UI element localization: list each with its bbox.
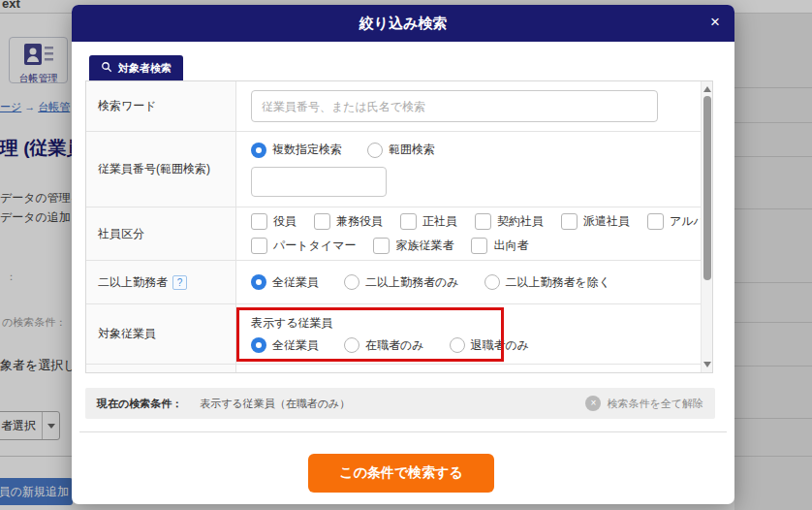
row-label: 社員区分 [86, 207, 236, 260]
checkbox-option-seconded-worker[interactable]: 出向者 [471, 238, 528, 254]
radio-label: 複数指定検索 [272, 142, 342, 158]
radio-option-range-search[interactable]: 範囲検索 [367, 142, 435, 158]
checkbox-label: 兼務役員 [336, 213, 383, 230]
checkbox-icon[interactable] [314, 213, 330, 230]
scrollbar-thumb[interactable] [703, 96, 711, 280]
radio-label: 退職者のみ [471, 337, 530, 354]
checkbox-option-concurrent-officer[interactable]: 兼務役員 [314, 213, 383, 230]
modal-title: 絞り込み検索 [72, 5, 734, 42]
search-word-input[interactable] [251, 90, 658, 122]
checkbox-icon[interactable] [251, 238, 267, 254]
employee-number-input[interactable] [251, 167, 387, 197]
checkbox-option-officer[interactable]: 役員 [251, 213, 297, 230]
radio-option-multi-workplace-only[interactable]: 二以上勤務者のみ [344, 274, 459, 291]
tab-target-search[interactable]: 対象者検索 [89, 55, 183, 80]
radio-icon[interactable] [367, 143, 383, 158]
current-filter-value: 表示する従業員（在職者のみ） [200, 397, 350, 411]
search-icon [101, 61, 112, 75]
modal-header: 絞り込み検索 × [72, 5, 734, 42]
radio-option-all-employees[interactable]: 全従業員 [251, 274, 319, 291]
tab-label: 対象者検索 [118, 61, 172, 76]
radio-label: 二以上勤務者を除く [506, 274, 611, 291]
current-filter-label: 現在の検索条件： [97, 397, 182, 411]
radio-icon[interactable] [344, 274, 359, 290]
checkbox-icon[interactable] [251, 213, 267, 230]
checkbox-label: 役員 [273, 213, 297, 230]
checkbox-icon[interactable] [647, 213, 664, 230]
row-label: 従業員番号(範囲検索) [86, 132, 236, 207]
search-criteria-form: 検索ワード 従業員番号(範囲検索) 複数指定検索 [85, 80, 713, 373]
checkbox-option-contract-employee[interactable]: 契約社員 [475, 213, 544, 230]
clear-all-filters-label: 検索条件を全て解除 [607, 397, 703, 411]
row-label: 対象従業員 [86, 304, 236, 364]
footer-divider [79, 431, 727, 432]
radio-option-retired-only[interactable]: 退職者のみ [450, 337, 530, 354]
checkbox-icon[interactable] [475, 213, 491, 230]
checkbox-label: 契約社員 [497, 213, 544, 230]
scroll-up-icon[interactable] [703, 86, 711, 92]
display-employees-label: 表示する従業員 [251, 315, 693, 332]
form-scrollbar[interactable] [701, 81, 712, 372]
checkbox-icon[interactable] [561, 213, 578, 230]
clear-all-filters-button[interactable]: × 検索条件を全て解除 [585, 396, 703, 411]
checkbox-icon[interactable] [471, 238, 487, 254]
scroll-down-icon[interactable] [703, 362, 711, 367]
checkbox-option-regular-employee[interactable]: 正社員 [400, 213, 457, 230]
checkbox-label: 出向者 [493, 238, 528, 254]
checkbox-icon[interactable] [373, 238, 390, 254]
radio-icon-selected[interactable] [251, 274, 266, 290]
radio-label: 全従業員 [272, 337, 319, 354]
radio-label: 範囲検索 [389, 142, 435, 158]
radio-icon[interactable] [344, 337, 359, 353]
radio-option-multi-specify[interactable]: 複数指定検索 [251, 142, 342, 158]
current-filter-bar: 現在の検索条件： 表示する従業員（在職者のみ） × 検索条件を全て解除 [85, 388, 715, 419]
form-row-multi-workplace: 二以上勤務者 ? 全従業員 二以上勤務者のみ [86, 261, 712, 304]
checkbox-label: 派遣社員 [583, 213, 630, 230]
checkbox-option-dispatched-employee[interactable]: 派遣社員 [561, 213, 630, 230]
checkbox-label: 正社員 [422, 213, 457, 230]
checkbox-label: 家族従業者 [395, 238, 453, 254]
row-label: 検索ワード [86, 81, 236, 131]
radio-label: 二以上勤務者のみ [365, 274, 459, 291]
form-row-search-word: 検索ワード [86, 81, 712, 132]
clear-circle-icon[interactable]: × [585, 396, 601, 411]
radio-label: 在職者のみ [365, 337, 424, 354]
radio-icon[interactable] [450, 337, 465, 353]
checkbox-label: パートタイマー [273, 238, 356, 254]
checkbox-icon[interactable] [400, 213, 417, 230]
search-submit-button[interactable]: この条件で検索する [308, 454, 494, 493]
radio-icon[interactable] [484, 274, 500, 290]
help-icon[interactable]: ? [172, 275, 187, 290]
radio-option-all-employees[interactable]: 全従業員 [251, 337, 319, 354]
radio-option-exclude-multi-workplace[interactable]: 二以上勤務者を除く [484, 274, 611, 291]
form-row-employee-number: 従業員番号(範囲検索) 複数指定検索 範囲検索 [86, 132, 712, 207]
radio-option-active-only[interactable]: 在職者のみ [344, 337, 424, 354]
radio-icon-selected[interactable] [251, 337, 266, 353]
radio-label: 全従業員 [272, 274, 319, 291]
close-icon[interactable]: × [710, 5, 720, 42]
filter-search-modal: 絞り込み検索 × 対象者検索 検索ワード 従業員番号(範囲検 [72, 5, 734, 504]
screen: ext 台帳管理 ージ→台帳管 理 (従業員 データの管理を データの追加 ： … [0, 0, 812, 510]
checkbox-option-part-timer[interactable]: パートタイマー [251, 238, 356, 254]
radio-icon-selected[interactable] [251, 143, 266, 158]
form-row-target-employees: 対象従業員 表示する従業員 全従業員 在職者のみ [86, 304, 712, 365]
form-row-employee-category: 社員区分 役員 兼務役員 正社員 契約社員 派遣社員 アルバイト パートタイマー… [86, 207, 712, 261]
checkbox-option-family-worker[interactable]: 家族従業者 [373, 238, 453, 254]
row-label: 二以上勤務者 [98, 274, 168, 291]
form-row-partial [86, 365, 712, 373]
